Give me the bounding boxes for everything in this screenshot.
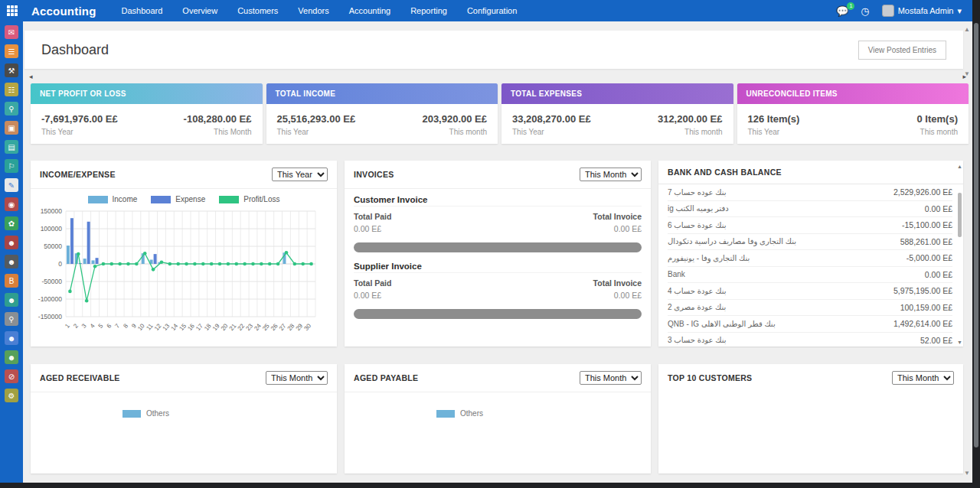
search-app-icon[interactable]: ⚲	[5, 102, 18, 115]
panel-title: INCOME/EXPENSE	[40, 170, 116, 179]
palette-icon[interactable]: ⚒	[5, 63, 18, 77]
section-title: Supplier Invoice	[354, 262, 642, 273]
aged-payable-period-select[interactable]: This Month	[580, 371, 642, 385]
contact-icon[interactable]: ▤	[5, 140, 18, 154]
chat-icon[interactable]: ✉	[5, 25, 18, 39]
window-scrollbar[interactable]	[972, 0, 980, 483]
svg-text:1: 1	[64, 322, 71, 330]
svg-text:7: 7	[113, 322, 121, 330]
nav-configuration[interactable]: Configuration	[467, 6, 517, 15]
card-header: TOTAL INCOME	[266, 83, 498, 104]
scroll-down-icon[interactable]: ▼	[964, 70, 970, 77]
total-invoice-label: Total Invoice	[593, 212, 642, 221]
person-icon[interactable]: ☻	[5, 255, 18, 268]
bank-account-row[interactable]: بنك عودة مصرى 2100,159.00 E£	[668, 300, 952, 317]
income-legend-label: Income	[113, 195, 138, 203]
aged-payable-panel: AGED PAYABLE This Month Others	[345, 364, 651, 473]
others-legend-swatch	[436, 410, 455, 418]
plant-icon[interactable]: ✿	[5, 216, 18, 230]
panel-title: BANK AND CASH BALANCE	[668, 168, 782, 177]
app-grid-icon[interactable]	[7, 5, 18, 16]
income-expense-panel: INCOME/EXPENSE This Year Income Expense …	[31, 161, 337, 346]
user-avatar	[882, 5, 894, 17]
profitloss-legend-swatch	[219, 196, 239, 203]
card-value-year: -7,691,976.00 E£	[41, 113, 118, 125]
dashboard-content: ▲ ▼ ▼ Dashboard View Posted Entries ◂ ▸ …	[23, 21, 972, 483]
bank-account-row[interactable]: Bank0.00 E£	[668, 267, 952, 284]
bank-account-row[interactable]: دفتر يوميه الكتب ig0.00 E£	[668, 201, 952, 218]
restricted-icon[interactable]: ⊘	[5, 369, 18, 383]
window-bottom-edge	[0, 483, 980, 488]
card-label-year: This Year	[512, 128, 591, 136]
bank-account-row[interactable]: بنك التجارى وفا مصاريف دراسية دتكودال588…	[668, 234, 952, 251]
others-legend-swatch	[122, 410, 141, 418]
total-paid-value: 0.00 E£	[354, 224, 391, 233]
user-settings-icon[interactable]: ☻	[5, 331, 18, 345]
summary-cards-row: NET PROFIT OR LOSS -7,691,976.00 E£ This…	[31, 83, 969, 144]
activity-clock-icon[interactable]: ◷	[861, 6, 869, 16]
aged-payable-legend: Others	[436, 409, 651, 418]
app-sidebar: ✉☰⚒☷⚲▣▤⚐✎◉✿☻☻B☻⚲☻☻⊘⚙	[0, 21, 23, 488]
window-scrollbar-thumb[interactable]	[974, 23, 978, 447]
nav-dashboard[interactable]: Dashboard	[122, 6, 163, 15]
bank-account-row[interactable]: بنك عودة حساب 45,975,195.00 E£	[668, 283, 952, 300]
top-customers-period-select[interactable]: This Month	[892, 371, 954, 385]
bank-account-amount: 5,975,195.00 E£	[893, 286, 952, 295]
user-menu[interactable]: Mostafa Admin ▾	[882, 5, 962, 17]
carousel-left-icon[interactable]: ◂	[29, 73, 33, 80]
bank-list-scrollbar[interactable]: ▲ ▼	[956, 184, 962, 345]
search2-icon[interactable]: ⚲	[5, 312, 18, 326]
nav-vendors[interactable]: Vendors	[298, 6, 328, 15]
invoices-period-select[interactable]: This Month	[580, 168, 642, 181]
calendar-icon[interactable]: ☷	[5, 83, 18, 96]
scroll-up-icon[interactable]: ▲	[964, 26, 970, 33]
bank-account-amount: 2,529,926.00 E£	[893, 187, 952, 197]
bank-account-name: بنك التجارى وفا - يونيفورم	[668, 254, 750, 262]
supplier-invoice-progress-bar	[354, 309, 642, 319]
edit-icon[interactable]: ✎	[5, 178, 18, 192]
card-value-month: 0 Item(s)	[917, 113, 958, 125]
svg-text:8: 8	[122, 322, 129, 330]
card-header: TOTAL EXPENSES	[501, 83, 733, 104]
billing-icon[interactable]: B	[5, 274, 18, 288]
bank-account-row[interactable]: بنك عودة حساب 352.00 E£	[668, 333, 952, 350]
card-value-month: 203,920.00 E£	[422, 113, 487, 125]
nav-reporting[interactable]: Reporting	[410, 6, 447, 15]
svg-text:-150000: -150000	[38, 313, 62, 320]
bank-account-list: بنك عوده حساب 72,529,926.00 E£دفتر يوميه…	[658, 184, 963, 349]
profile-icon[interactable]: ☻	[5, 236, 18, 249]
total-invoice-label: Total Invoice	[593, 278, 642, 288]
aged-receivable-period-select[interactable]: This Month	[266, 371, 328, 385]
bank-account-amount: 0.00 E£	[925, 270, 952, 279]
image-icon[interactable]: ▣	[5, 121, 18, 135]
nav-overview[interactable]: Overview	[182, 6, 217, 15]
notes-icon[interactable]: ☰	[5, 44, 18, 58]
bank-account-row[interactable]: بنك قطر الوطنى الاهلى QNB - IG1,492,614.…	[668, 316, 952, 333]
bank-scroll-down-icon[interactable]: ▼	[957, 340, 962, 345]
bank-account-name: دفتر يوميه الكتب ig	[668, 204, 729, 213]
users-icon[interactable]: ☻	[5, 350, 18, 364]
nav-customers[interactable]: Customers	[237, 6, 278, 15]
settings-icon[interactable]: ⚙	[5, 389, 18, 402]
nav-accounting[interactable]: Accounting	[349, 6, 390, 15]
card-value-year: 33,208,270.00 E£	[512, 113, 591, 125]
bank-account-name: بنك التجارى وفا مصاريف دراسية دتكودال	[668, 237, 796, 246]
bank-account-row[interactable]: بنك عوده حساب 72,529,926.00 E£	[668, 184, 952, 201]
scroll-down-bottom-icon[interactable]: ▼	[964, 470, 970, 477]
income-expense-period-select[interactable]: This Year	[272, 168, 328, 181]
bank-scroll-up-icon[interactable]: ▲	[957, 164, 962, 169]
customer-invoice-section: Customer Invoice Total Paid 0.00 E£ Tota…	[345, 189, 651, 252]
bank-account-row[interactable]: بنك التجارى وفا - يونيفورم-5,000.00 E£	[668, 250, 952, 267]
income-expense-chart: 150000100000500000-50000-100000-15000012…	[31, 203, 331, 340]
svg-text:2: 2	[72, 322, 80, 330]
bank-account-row[interactable]: بنك عودة حساب 6-15,100.00 E£	[668, 217, 952, 234]
card-total-expenses: TOTAL EXPENSES 33,208,270.00 E£ This Yea…	[501, 83, 733, 144]
bank-account-amount: 588,261.00 E£	[900, 237, 952, 246]
bank-scroll-thumb[interactable]	[958, 193, 962, 237]
team-icon[interactable]: ☻	[5, 293, 18, 307]
view-posted-entries-button[interactable]: View Posted Entries	[858, 41, 946, 60]
map-icon[interactable]: ⚐	[5, 159, 18, 173]
chat-icon[interactable]: 💬1	[836, 6, 848, 16]
svg-text:50000: 50000	[44, 242, 62, 250]
video-icon[interactable]: ◉	[5, 197, 18, 211]
